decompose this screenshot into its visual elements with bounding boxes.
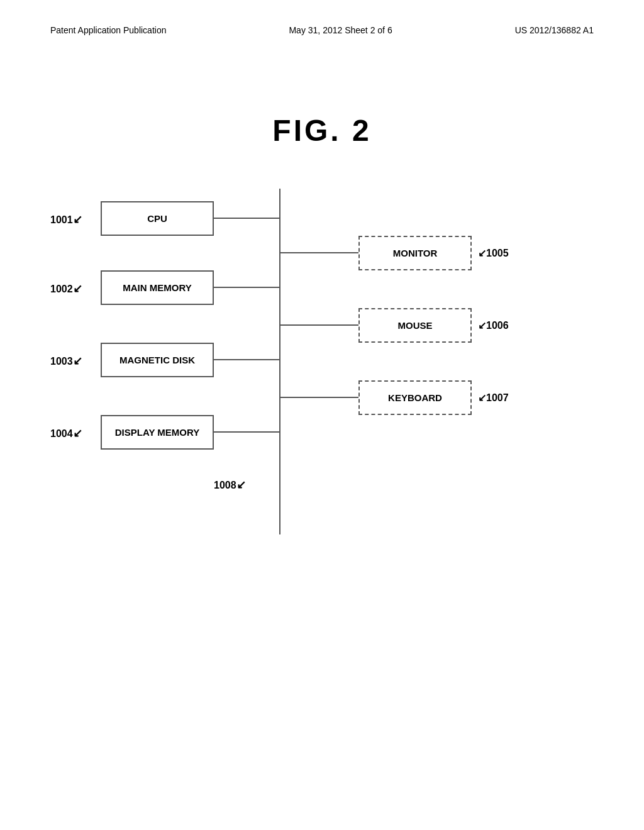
ref-1007: ↙1007 — [478, 392, 509, 404]
header-right: US 2012/136882 A1 — [515, 25, 594, 35]
main-memory-label: MAIN MEMORY — [123, 282, 191, 293]
magnetic-disk-label: MAGNETIC DISK — [119, 355, 195, 365]
monitor-box: MONITOR — [358, 236, 472, 270]
mouse-label: MOUSE — [397, 320, 432, 331]
cpu-box: CPU — [101, 201, 214, 236]
header-left: Patent Application Publication — [50, 25, 166, 35]
header-center: May 31, 2012 Sheet 2 of 6 — [289, 25, 392, 35]
keyboard-label: KEYBOARD — [388, 392, 442, 403]
keyboard-box: KEYBOARD — [358, 380, 472, 415]
magnetic-disk-box: MAGNETIC DISK — [101, 343, 214, 377]
cpu-label: CPU — [147, 213, 167, 224]
display-memory-box: DISPLAY MEMORY — [101, 415, 214, 450]
mouse-box: MOUSE — [358, 308, 472, 343]
ref-1008: 1008↙ — [214, 478, 246, 492]
diagram-lines — [50, 182, 591, 622]
ref-1006: ↙1006 — [478, 319, 509, 331]
page-header: Patent Application Publication May 31, 2… — [0, 25, 644, 35]
monitor-label: MONITOR — [393, 248, 438, 258]
main-memory-box: MAIN MEMORY — [101, 270, 214, 305]
ref-1004: 1004↙ — [50, 426, 82, 440]
figure-title: FIG. 2 — [272, 113, 371, 148]
ref-1001: 1001↙ — [50, 213, 82, 226]
ref-1005: ↙1005 — [478, 247, 509, 259]
diagram-container: CPU MAIN MEMORY MAGNETIC DISK DISPLAY ME… — [50, 182, 591, 622]
display-memory-label: DISPLAY MEMORY — [115, 427, 199, 438]
ref-1003: 1003↙ — [50, 354, 82, 368]
ref-1002: 1002↙ — [50, 282, 82, 296]
